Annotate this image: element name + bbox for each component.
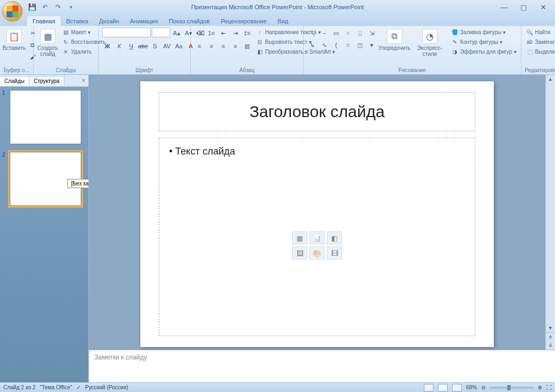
office-button[interactable] (2, 1, 23, 22)
save-icon[interactable]: 💾 (27, 2, 37, 12)
shape-arrow-icon[interactable]: → (319, 28, 330, 38)
paste-button[interactable]: 📋 Вставить (3, 28, 25, 52)
undo-icon[interactable]: ↶ (40, 2, 50, 12)
content-placeholder[interactable]: • Текст слайда ▦ 📊 ◧ 🖼 🎨 🎞 (159, 138, 475, 336)
shape-oval-icon[interactable]: ○ (343, 28, 353, 38)
shape-line-icon[interactable]: ＼ (307, 28, 318, 38)
vertical-scrollbar[interactable]: ▲ ▼ ⤊ ⤋ (545, 75, 555, 350)
normal-view-icon[interactable] (424, 384, 434, 391)
zoom-out-icon[interactable]: ⊖ (481, 384, 486, 390)
strike-button[interactable]: abe (138, 41, 149, 52)
slide-thumb-2[interactable]: 2 [Без заголовка] (2, 152, 86, 206)
zoom-value[interactable]: 68% (466, 384, 477, 390)
layout-icon: ▤ (62, 28, 69, 36)
slideshow-view-icon[interactable] (452, 384, 462, 391)
columns-icon[interactable]: ▥ (242, 41, 253, 52)
shape-connector-icon[interactable]: ↳ (307, 40, 318, 50)
title-bar: 💾 ↶ ↷ ▼ Презентация Microsoft Office Pow… (0, 0, 555, 14)
font-size-input[interactable] (152, 28, 170, 37)
italic-button[interactable]: К (114, 41, 125, 52)
case-button[interactable]: Aa (173, 41, 184, 52)
panel-tabs: Слайды Структура × (0, 75, 88, 87)
scroll-track[interactable] (546, 83, 555, 324)
grow-font-icon[interactable]: A▴ (171, 28, 182, 38)
close-button[interactable]: ✕ (537, 2, 550, 12)
quick-styles-button[interactable]: ◔ Экспресс-стили (412, 28, 448, 58)
insert-media-icon[interactable]: 🎞 (327, 247, 342, 260)
shape-textbox-icon[interactable]: ⌷ (354, 28, 365, 38)
numbering-icon[interactable]: 1≡ (206, 28, 217, 38)
arrange-button[interactable]: ⧉ Упорядочить (379, 28, 410, 52)
next-slide-icon[interactable]: ⤋ (546, 341, 555, 350)
minimize-button[interactable]: — (498, 2, 511, 12)
find-icon: 🔍 (526, 28, 533, 36)
slides-tab[interactable]: Слайды (0, 76, 29, 86)
insert-clipart-icon[interactable]: 🎨 (309, 247, 325, 260)
tab-home[interactable]: Главная (27, 16, 61, 26)
slide-thumb-1[interactable]: 1 (2, 90, 86, 144)
spellcheck-icon[interactable]: ✓ (76, 384, 81, 390)
panel-close-icon[interactable]: × (79, 78, 88, 83)
find-button[interactable]: 🔍Найти (525, 28, 555, 36)
replace-button[interactable]: abЗаменить ▾ (525, 37, 555, 46)
zoom-slider[interactable] (490, 387, 533, 389)
tab-animation[interactable]: Анимация (125, 16, 164, 26)
sorter-view-icon[interactable] (438, 384, 448, 391)
outline-icon: ✎ (451, 38, 459, 46)
scroll-down-icon[interactable]: ▼ (546, 324, 555, 332)
outline-tab[interactable]: Структура (29, 76, 64, 86)
slide-edit-area[interactable]: Заголовок слайда • Текст слайда ▦ 📊 ◧ 🖼 … (89, 75, 545, 350)
indent-dec-icon[interactable]: ⇤ (218, 28, 229, 38)
shape-rect-icon[interactable]: ▭ (331, 28, 341, 38)
shape-callout-icon[interactable]: ◫ (354, 40, 365, 50)
bullets-icon[interactable]: •≡ (194, 28, 205, 38)
insert-smartart-icon[interactable]: ◧ (327, 232, 342, 245)
line-spacing-icon[interactable]: ‡≡ (242, 28, 253, 38)
window-controls: — ▢ ✕ (498, 2, 555, 12)
align-right-icon[interactable]: ≡ (218, 41, 229, 52)
new-slide-button[interactable]: ▦ Создать слайд (37, 28, 59, 58)
shape-more-icon[interactable]: ⇲ (366, 28, 377, 38)
shape-effects-button[interactable]: ◑Эффекты для фигур ▾ (450, 47, 518, 56)
insert-table-icon[interactable]: ▦ (292, 232, 307, 245)
title-placeholder[interactable]: Заголовок слайда (159, 92, 475, 131)
shape-brace-icon[interactable]: { (331, 40, 341, 50)
shape-outline-button[interactable]: ✎Контур фигуры ▾ (450, 37, 518, 46)
slide-panel: Слайды Структура × 1 2 [Без заголовка] (0, 75, 89, 382)
underline-button[interactable]: Ч (126, 41, 137, 52)
tab-insert[interactable]: Вставка (61, 16, 94, 26)
shapes-expand-icon[interactable]: ▾ (366, 40, 377, 50)
shape-star-icon[interactable]: ☆ (343, 40, 353, 50)
maximize-button[interactable]: ▢ (517, 2, 530, 12)
select-button[interactable]: ⬚Выделить ▾ (525, 47, 555, 56)
fit-window-icon[interactable]: ⛶ (546, 384, 552, 390)
font-name-input[interactable] (102, 28, 151, 37)
qat-dropdown-icon[interactable]: ▼ (66, 2, 76, 12)
group-font: A▴ A▾ ⌫ Ж К Ч abe S AV Aa A Шрифт (99, 26, 191, 74)
group-paragraph: •≡ 1≡ ⇤ ⇥ ‡≡ ≡ ≡ ≡ ≡ ▥ ↕Направление текс… (191, 26, 304, 74)
tab-design[interactable]: Дизайн (94, 16, 125, 26)
shapes-gallery[interactable]: ＼ → ▭ ○ ⌷ ⇲ ↳ ∿ { ☆ ◫ ▾ (307, 28, 377, 50)
zoom-in-icon[interactable]: ⊕ (538, 384, 542, 390)
shape-curve-icon[interactable]: ∿ (319, 40, 330, 50)
bold-button[interactable]: Ж (102, 41, 113, 52)
scroll-up-icon[interactable]: ▲ (546, 75, 555, 83)
tab-slideshow[interactable]: Показ слайдов (163, 16, 215, 26)
insert-picture-icon[interactable]: 🖼 (292, 247, 307, 260)
status-language[interactable]: Русский (Россия) (85, 384, 128, 390)
notes-pane[interactable]: Заметки к слайду (89, 350, 555, 382)
slide-canvas[interactable]: Заголовок слайда • Текст слайда ▦ 📊 ◧ 🖼 … (140, 81, 494, 347)
align-center-icon[interactable]: ≡ (206, 41, 217, 52)
spacing-button[interactable]: AV (162, 41, 172, 52)
tab-view[interactable]: Вид (272, 16, 294, 26)
shape-fill-button[interactable]: 🪣Заливка фигуры ▾ (450, 28, 518, 36)
justify-icon[interactable]: ≡ (230, 41, 241, 52)
align-left-icon[interactable]: ≡ (194, 41, 205, 52)
indent-inc-icon[interactable]: ⇥ (230, 28, 241, 38)
insert-chart-icon[interactable]: 📊 (309, 232, 325, 245)
prev-slide-icon[interactable]: ⤊ (546, 332, 555, 341)
redo-icon[interactable]: ↷ (53, 2, 63, 12)
thumb-tooltip: [Без заголовка] (67, 179, 88, 188)
tab-review[interactable]: Рецензирование (215, 16, 272, 26)
shadow-button[interactable]: S (150, 41, 160, 52)
